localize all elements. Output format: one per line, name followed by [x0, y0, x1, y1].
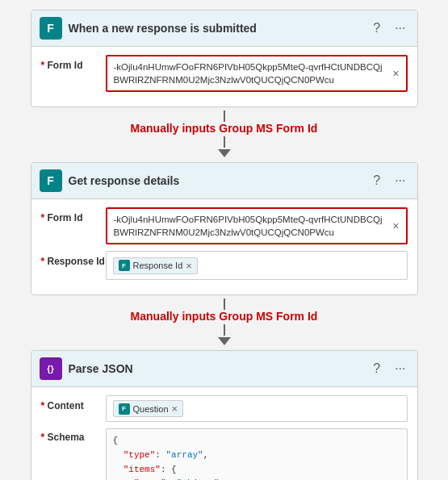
parse-json-help-btn[interactable]: ?: [370, 360, 383, 378]
card-trigger-header-left: F When a new response is submitted: [40, 17, 257, 40]
response-id-tag-close[interactable]: ×: [186, 260, 192, 272]
parse-json-schema-row: * Schema { "type": "array", "items": { "…: [41, 428, 408, 480]
card-parse-json-header-right: ? ···: [370, 360, 408, 378]
get-response-form-id-label: * Form Id: [41, 207, 106, 223]
connector-line-1b: [224, 136, 225, 148]
arrow-down-2: [218, 337, 231, 345]
card-trigger-title: When a new response is submitted: [69, 22, 257, 35]
annotation-text-2: Manually inputs Group MS Form Id: [131, 310, 318, 323]
schema-box[interactable]: { "type": "array", "items": { "type": "o…: [106, 428, 408, 480]
get-response-response-id-row: * Response Id F Response Id ×: [41, 251, 408, 280]
parse-json-schema-wrapper: { "type": "array", "items": { "type": "o…: [106, 428, 408, 480]
card-trigger-body: * Form Id -kOjlu4nHUmwFOoFRN6PIVbH05Qkpp…: [31, 47, 417, 106]
schema-line-2: "type": "array",: [113, 449, 400, 463]
content-tag-label: Question: [133, 404, 169, 414]
card-parse-json-header-left: {} Parse JSON: [40, 357, 133, 380]
response-id-tag-icon: F: [119, 260, 130, 271]
get-response-form-id-row: * Form Id -kOjlu4nHUmwFOoFRN6PIVbH05Qkpp…: [41, 207, 408, 244]
schema-line-3: "items": {: [113, 463, 400, 478]
content-tag: F Question ×: [113, 400, 184, 417]
card-parse-json-header: {} Parse JSON ? ···: [31, 351, 417, 387]
card-get-response-header: F Get response details ? ···: [31, 163, 417, 199]
connector-line-2b: [224, 324, 225, 336]
card-get-response-header-right: ? ···: [370, 172, 408, 190]
trigger-form-id-value[interactable]: -kOjlu4nHUmwFOoFRN6PIVbH05Qkpp5MteQ-qvrf…: [106, 55, 408, 92]
get-response-help-btn[interactable]: ?: [370, 172, 383, 190]
parse-json-schema-label: * Schema: [41, 428, 106, 443]
response-id-tag: F Response Id ×: [113, 257, 198, 274]
get-response-more-btn[interactable]: ···: [391, 172, 408, 190]
card-get-response: F Get response details ? ··· * Form Id -…: [31, 162, 418, 295]
trigger-form-id-row: * Form Id -kOjlu4nHUmwFOoFRN6PIVbH05Qkpp…: [41, 55, 408, 92]
parse-json-content-label: * Content: [41, 395, 106, 411]
content-tag-close[interactable]: ×: [172, 403, 178, 415]
trigger-more-btn[interactable]: ···: [391, 19, 408, 37]
parse-json-content-row: * Content F Question ×: [41, 395, 408, 422]
get-response-form-id-value[interactable]: -kOjlu4nHUmwFOoFRN6PIVbH05Qkpp5MteQ-qvrf…: [106, 207, 408, 244]
connector-line-1: [224, 111, 225, 122]
get-response-icon: F: [40, 169, 62, 192]
card-trigger-header-right: ? ···: [370, 19, 408, 37]
schema-line-1: {: [113, 434, 400, 449]
parse-json-more-btn[interactable]: ···: [391, 360, 408, 378]
get-response-form-id-text: -kOjlu4nHUmwFOoFRN6PIVbH05Qkpp5MteQ-qvrf…: [114, 213, 388, 239]
annotation-1: Manually inputs Group MS Form Id: [31, 111, 418, 159]
trigger-icon: F: [40, 17, 62, 40]
connector-line-2: [224, 298, 225, 310]
card-parse-json-title: Parse JSON: [69, 362, 133, 375]
schema-line-4: "type": "object",: [113, 477, 400, 480]
get-response-response-id-value[interactable]: F Response Id ×: [106, 251, 408, 280]
trigger-form-id-close[interactable]: ×: [392, 67, 399, 80]
trigger-form-id-text: -kOjlu4nHUmwFOoFRN6PIVbH05Qkpp5MteQ-qvrf…: [114, 61, 388, 86]
card-trigger-header: F When a new response is submitted ? ···: [31, 10, 417, 47]
card-get-response-body: * Form Id -kOjlu4nHUmwFOoFRN6PIVbH05Qkpp…: [31, 199, 417, 294]
annotation-2: Manually inputs Group MS Form Id: [31, 298, 418, 347]
response-id-tag-label: Response Id: [133, 261, 183, 270]
card-parse-json: {} Parse JSON ? ··· * Content F Question: [31, 350, 418, 480]
schema-box-wrapper: { "type": "array", "items": { "type": "o…: [106, 428, 408, 480]
annotation-text-1: Manually inputs Group MS Form Id: [131, 122, 318, 135]
card-get-response-title: Get response details: [69, 174, 180, 187]
card-get-response-header-left: F Get response details: [40, 169, 180, 192]
trigger-help-btn[interactable]: ?: [370, 19, 383, 37]
get-response-form-id-close[interactable]: ×: [392, 219, 399, 232]
arrow-down-1: [218, 149, 231, 157]
content-tag-icon: F: [119, 403, 130, 415]
parse-json-content-value[interactable]: F Question ×: [106, 395, 408, 422]
parse-json-icon: {}: [40, 357, 62, 380]
get-response-response-id-label: * Response Id: [41, 251, 106, 267]
card-parse-json-body: * Content F Question × * Schema: [31, 387, 417, 480]
card-trigger: F When a new response is submitted ? ···…: [31, 10, 418, 107]
trigger-form-id-label: * Form Id: [41, 55, 106, 71]
